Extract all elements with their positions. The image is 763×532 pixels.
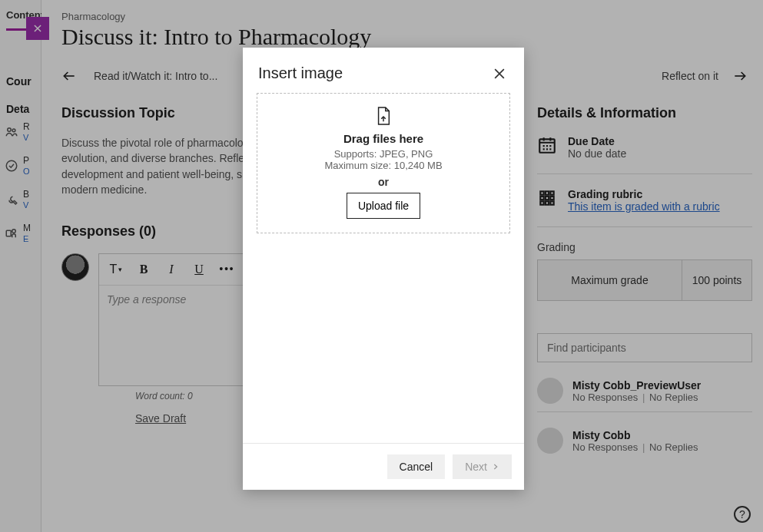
dropzone-or: or <box>265 176 502 188</box>
next-button-label: Next <box>465 461 487 473</box>
next-button[interactable]: Next <box>453 454 512 479</box>
modal-title: Insert image <box>258 64 343 82</box>
cancel-button[interactable]: Cancel <box>387 454 446 479</box>
file-upload-icon <box>265 106 502 126</box>
modal-close-button[interactable] <box>492 66 507 81</box>
dropzone-maxsize: Maximum size: 10,240 MB <box>265 160 502 171</box>
dropzone-title: Drag files here <box>265 132 502 145</box>
upload-file-button[interactable]: Upload file <box>347 193 420 219</box>
dropzone-supports: Supports: JPEG, PNG <box>265 148 502 160</box>
insert-image-modal: Insert image Drag files here Supports: J… <box>243 48 524 490</box>
file-dropzone[interactable]: Drag files here Supports: JPEG, PNG Maxi… <box>257 93 510 233</box>
